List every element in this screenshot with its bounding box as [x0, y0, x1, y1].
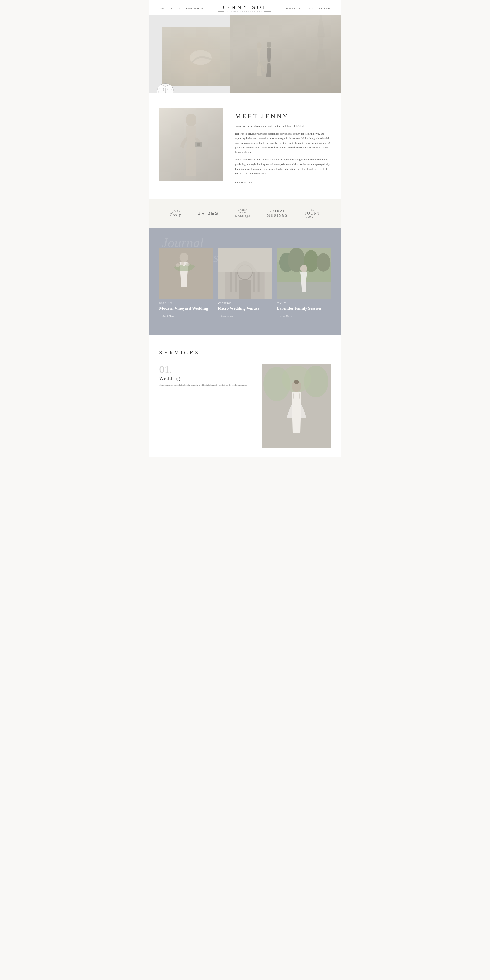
svg-rect-20	[239, 280, 251, 299]
service-number: 01.	[159, 364, 252, 375]
svg-point-14	[180, 253, 188, 262]
pretty-label: Pretty	[170, 213, 181, 217]
svg-rect-25	[258, 272, 260, 292]
lavender-session-image	[277, 248, 331, 299]
card-1-read-more[interactable]: Read More	[159, 315, 175, 317]
card-2-title: Micro Wedding Venues	[218, 306, 272, 311]
services-text: 01. Wedding Timeless, emotive, and effor…	[159, 364, 252, 387]
style-me-label: Style Me	[170, 210, 181, 213]
svg-rect-23	[235, 272, 237, 292]
journal-card-3: FAMILY Lavender Family Session Read More	[277, 248, 331, 318]
hero-badge: FINE ART	[157, 83, 174, 93]
logo-name: JENNY SOI	[218, 5, 272, 10]
services-section: SERVICES 01. Wedding Timeless, emotive, …	[150, 335, 340, 457]
featured-bridal-musings: BRIDAL MUSINGS	[267, 209, 288, 218]
journal-card-2-image	[218, 248, 272, 299]
featured-section: Style Me Pretty BRIDES MARTHA STEWART we…	[150, 199, 340, 228]
vineyard-image-art	[159, 248, 213, 299]
nav-right: SERVICES BLOG CONTACT	[285, 7, 333, 10]
couple-silhouette-icon	[250, 39, 279, 88]
the-label: the	[304, 209, 320, 211]
services-image	[262, 364, 331, 448]
jenny-photo	[159, 108, 223, 181]
nav-services[interactable]: SERVICES	[285, 7, 301, 10]
card-3-category: FAMILY	[277, 302, 331, 304]
service-description: Timeless, emotive, and effortlessly beau…	[159, 383, 252, 387]
bridal-label: BRIDAL	[267, 209, 288, 213]
journal-card-1: WEDDINGS Modern Vineyard Wedding Read Mo…	[159, 248, 213, 318]
journal-card-3-image	[277, 248, 331, 299]
svg-rect-22	[230, 272, 232, 292]
hero-right	[230, 15, 340, 93]
logo-sub: PHOTOGRAPHER	[240, 10, 263, 12]
services-heading: SERVICES	[159, 349, 331, 356]
wedding-photo-placeholder	[262, 364, 331, 448]
shoe-icon	[187, 44, 216, 68]
featured-style-me-pretty: Style Me Pretty	[170, 210, 181, 217]
services-content: 01. Wedding Timeless, emotive, and effor…	[159, 364, 331, 448]
svg-rect-26	[218, 248, 272, 272]
meet-heading: MEET JENNY	[235, 113, 331, 120]
micro-wedding-image-art	[218, 248, 272, 299]
featured-martha-stewart: MARTHA STEWART weddings	[235, 209, 250, 218]
fount-label: FOUNT	[304, 211, 320, 216]
nav-contact[interactable]: CONTACT	[319, 7, 333, 10]
jenny-bio-2: Her work is driven by her deep passion f…	[235, 132, 331, 154]
card-1-category: WEDDINGS	[159, 302, 213, 304]
musings-label: MUSINGS	[267, 213, 288, 218]
micro-wedding-image	[218, 248, 272, 299]
jenny-bio-1: Jenny is a fine art photographer and cur…	[235, 124, 331, 129]
svg-point-41	[294, 380, 299, 384]
card-2-read-more[interactable]: Read More	[218, 315, 233, 317]
journal-card-2: WEDDINGS Micro Wedding Venues Read More	[218, 248, 272, 318]
logo[interactable]: JENNY SOI fine art PHOTOGRAPHER	[218, 5, 272, 12]
card-1-title: Modern Vineyard Wedding	[159, 306, 213, 311]
martha-label: MARTHA	[235, 209, 250, 212]
nav-portfolio[interactable]: PORTFOLIO	[186, 7, 204, 10]
svg-point-32	[316, 253, 330, 272]
stewart-label: STEWART	[235, 212, 250, 214]
read-more-line: READ MORE	[235, 179, 331, 184]
wedding-photo-art	[262, 364, 331, 448]
journal-section: Journal Highlights	[150, 228, 340, 335]
svg-point-17	[186, 262, 189, 266]
jenny-bio: Jenny is a fine art photographer and cur…	[235, 124, 331, 176]
svg-point-9	[267, 41, 272, 48]
jenny-figure-icon	[172, 113, 211, 181]
hero-couple-image	[230, 15, 340, 93]
svg-point-34	[300, 265, 307, 272]
card-3-title: Lavender Family Session	[277, 306, 331, 311]
service-name: Wedding	[159, 375, 252, 381]
jenny-bio-3: Aside from working with clients, she fin…	[235, 158, 331, 176]
meet-jenny-section: MEET JENNY Jenny is a fine art photograp…	[150, 93, 340, 199]
vineyard-wedding-image	[159, 248, 213, 299]
couple-overlay	[230, 15, 340, 93]
hero-left: FINE ART	[150, 15, 230, 93]
logo-tagline: fine art PHOTOGRAPHER	[218, 10, 272, 12]
svg-point-16	[181, 262, 185, 265]
lavender-image-art	[277, 248, 331, 299]
svg-point-12	[197, 143, 200, 146]
jenny-text: MEET JENNY Jenny is a fine art photograp…	[235, 108, 331, 184]
card-3-read-more[interactable]: Read More	[277, 315, 292, 317]
nav-left: HOME ABOUT PORTFOLIO	[157, 7, 204, 10]
card-2-category: WEDDINGS	[218, 302, 272, 304]
meet-read-more-link[interactable]: READ MORE	[235, 181, 253, 184]
nav-blog[interactable]: BLOG	[306, 7, 314, 10]
brides-label: BRIDES	[197, 211, 218, 216]
featured-fount-collective: the FOUNT collective	[304, 209, 320, 218]
nav-home[interactable]: HOME	[157, 7, 165, 10]
badge-icon: FINE ART	[158, 84, 173, 93]
journal-card-1-image	[159, 248, 213, 299]
svg-rect-24	[253, 272, 255, 292]
hero-section: FINE ART	[150, 15, 340, 93]
logo-italic: fine art	[226, 10, 239, 12]
weddings-label: weddings	[235, 214, 250, 218]
svg-point-10	[186, 114, 196, 126]
nav-about[interactable]: ABOUT	[171, 7, 181, 10]
svg-point-8	[257, 42, 262, 48]
journal-cards: WEDDINGS Modern Vineyard Wedding Read Mo…	[159, 248, 331, 318]
collective-label: collective	[304, 216, 320, 218]
featured-brides: BRIDES	[197, 211, 218, 216]
navigation: HOME ABOUT PORTFOLIO JENNY SOI fine art …	[150, 0, 340, 15]
